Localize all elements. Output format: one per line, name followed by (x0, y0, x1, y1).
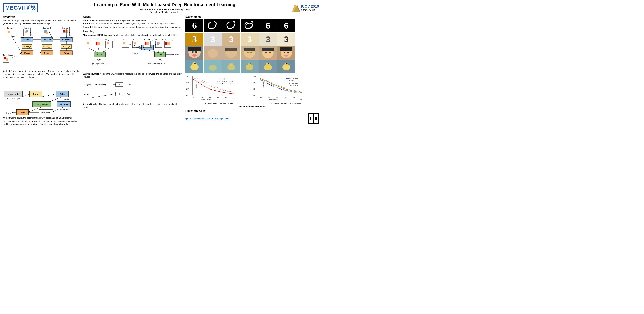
svg-text:DDPG: DDPG (222, 78, 226, 80)
exp-row-digits-6: 6 6 6 (186, 19, 319, 32)
paper-code-title: Paper and Code (186, 109, 319, 112)
svg-text:10⁻³: 10⁻³ (186, 94, 189, 96)
svg-text:Target Image: Target Image (144, 39, 154, 41)
iccv-block: ICCV 2019 Seoul, Korea (292, 4, 319, 12)
svg-text:Target Image: Target Image (165, 39, 174, 41)
svg-point-198 (248, 63, 252, 66)
svg-text:D: D (118, 93, 120, 95)
svg-point-172 (192, 51, 194, 53)
svg-text:Training frames: Training frames (201, 98, 211, 100)
svg-text:0.2: 0.2 (201, 96, 203, 98)
svg-line-106 (104, 48, 109, 52)
exp-img-face-4 (259, 46, 277, 59)
exp-img-ref-6: 6 (186, 19, 204, 32)
svg-text:→Fake: →Fake (125, 84, 131, 86)
overview-title: Overview (3, 15, 80, 18)
svg-rect-17 (65, 30, 68, 33)
svg-point-184 (265, 52, 267, 53)
inference-text: At the inference stage, the actor output… (3, 70, 80, 79)
svg-rect-177 (226, 47, 237, 51)
svg-text:1.2: 1.2 (293, 96, 295, 98)
exp-img-3-4: 3 (259, 33, 277, 46)
svg-text:Policy: Policy (44, 52, 50, 54)
svg-text:8 × 25 strokes: 8 × 25 strokes (289, 85, 298, 86)
ddpg-diagram: Action Canvas Target Image Critic (83, 38, 181, 71)
svg-text:l₂ - distance: l₂ - distance (263, 82, 264, 90)
action-def: Action: A set of parameters that control… (83, 22, 183, 25)
svg-line-83 (42, 94, 56, 97)
logo-megvii-text: MEGVII (5, 5, 25, 11)
svg-text:Policy: Policy (24, 52, 30, 54)
svg-text:Target: Target (84, 93, 90, 95)
svg-text:10⁻³: 10⁻³ (254, 94, 256, 96)
svg-text:Canvas_0: Canvas_0 (7, 27, 15, 29)
qr-code (308, 113, 319, 124)
svg-text:0.6: 0.6 (209, 96, 211, 98)
github-link[interactable]: github.com/hzwer/ICCV2019-LearningToPain… (186, 117, 229, 120)
svg-point-201 (266, 63, 270, 66)
svg-rect-95 (85, 41, 92, 48)
svg-text:Canvas: Canvas (133, 53, 138, 55)
svg-rect-101 (107, 42, 109, 44)
exp-img-6-3 (240, 19, 258, 32)
svg-text:Model-based DDPG: Model-based DDPG (222, 83, 234, 85)
svg-text:Canvas: Canvas (133, 39, 138, 41)
svg-text:D: D (118, 84, 120, 86)
chart-a-svg: 10⁰ 10⁻¹ 10⁻² 10⁻³ 0.0 0.2 0.6 0.8 1.2 T… (186, 75, 238, 101)
svg-text:10⁰: 10⁰ (254, 76, 256, 77)
svg-text:Policy: Policy (64, 52, 69, 54)
svg-text:6: 6 (192, 20, 197, 30)
svg-rect-96 (86, 42, 88, 44)
svg-text:5 × 40 strokes: 5 × 40 strokes (289, 82, 298, 84)
svg-line-104 (88, 48, 97, 52)
svg-text:0.8: 0.8 (217, 96, 219, 98)
chart-a-title: (a) DDPG and model-based DDPG (186, 102, 252, 104)
exp-img-6-5: 6 (277, 19, 295, 32)
svg-text:Actor: Actor (60, 93, 65, 95)
exp-img-bird-1 (204, 60, 222, 73)
svg-text:1 × 200 strokes: 1 × 200 strokes (289, 78, 298, 79)
chart-ddpg: 10⁰ 10⁻¹ 10⁻² 10⁻³ 0.0 0.2 0.6 0.8 1.2 T… (186, 75, 252, 104)
svg-text:3: 3 (284, 35, 288, 44)
paper-code-section: Paper and Code github.com/hzwer/ICCV2019… (186, 109, 319, 124)
exp-img-6-4: 6 (259, 19, 277, 32)
svg-text:3: 3 (229, 35, 234, 44)
svg-rect-179 (244, 47, 255, 51)
svg-point-188 (284, 52, 285, 53)
svg-text:Canvas_2: Canvas_2 (43, 27, 51, 29)
svg-text:(a) Original DDPG: (a) Original DDPG (92, 63, 106, 65)
svg-rect-40 (6, 58, 8, 61)
svg-text:1.2: 1.2 (225, 96, 227, 98)
svg-rect-18 (64, 32, 65, 33)
iccv-logo: ICCV 2019 Seoul, Korea (292, 4, 319, 12)
header: MEGVII 旷视 Learning to Paint With Model-b… (3, 2, 319, 13)
wgan-text: WGAN Reward: We use the WGAN loss to mea… (83, 72, 183, 78)
exp-img-ref-3: 3 (186, 33, 204, 46)
exp-img-3-1: 3 (204, 33, 222, 46)
svg-line-84 (50, 97, 62, 101)
exp-row-face (186, 46, 319, 59)
svg-text:Canvas: Canvas (96, 39, 102, 41)
exp-img-face-3 (240, 46, 258, 59)
exp-img-face-2 (222, 46, 240, 59)
svg-text:Canvas_1: Canvas_1 (24, 27, 32, 29)
svg-line-57 (10, 33, 22, 53)
training-diagram: Replay Buffer Random Sample State Actor … (3, 80, 78, 116)
svg-text:Canvas_3: Canvas_3 (62, 27, 70, 29)
wgan-diagram: →Agent →Painting→ D →Fake Target D →Real (83, 79, 156, 102)
svg-point-199 (250, 63, 251, 64)
svg-text:6: 6 (284, 21, 288, 30)
exp-img-6-1 (204, 19, 222, 32)
svg-text:→Painting→: →Painting→ (97, 84, 108, 86)
paper-title: Learning to Paint With Model-based Deep … (42, 2, 288, 7)
svg-rect-116 (134, 42, 136, 44)
exp-img-6-2 (222, 19, 240, 32)
state-def: State: States of the canvas, the target … (83, 19, 183, 22)
svg-text:Action: Action (123, 39, 127, 41)
svg-text:Action_2: Action_2 (63, 45, 70, 47)
svg-rect-183 (262, 47, 274, 51)
svg-point-202 (268, 63, 269, 64)
chart-b-svg: 10⁰ 10⁻¹ 10⁻² 10⁻³ 0.0 0.4 0.6 0.8 1.2 T… (253, 75, 306, 101)
svg-text:→Agent: →Agent (84, 84, 91, 86)
overview-text: We train an AI painting agent that can p… (3, 19, 80, 25)
